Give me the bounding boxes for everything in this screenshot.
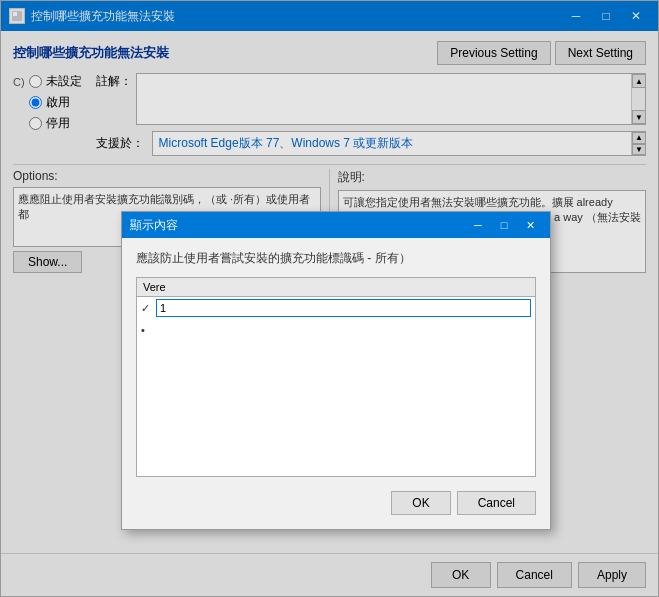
table-checkmark-icon: ✓ [141, 302, 150, 315]
dialog-title: 顯示內容 [130, 217, 178, 234]
dialog-title-bar: 顯示內容 ─ □ ✕ [122, 212, 550, 238]
table-header: Vere [137, 278, 535, 297]
dialog: 顯示內容 ─ □ ✕ 應該防止使用者嘗試安裝的擴充功能標識碼 - 所有） Ver… [121, 211, 551, 530]
table-column-header: Vere [143, 281, 166, 293]
table-row-input[interactable] [156, 299, 531, 317]
dialog-content: 應該防止使用者嘗試安裝的擴充功能標識碼 - 所有） Vere ✓ • [122, 238, 550, 529]
dialog-table: Vere ✓ • [136, 277, 536, 477]
dialog-maximize-button[interactable]: □ [492, 216, 516, 234]
table-row-empty[interactable]: • [137, 319, 535, 341]
table-row[interactable]: ✓ [137, 297, 535, 319]
dialog-header-text: 應該防止使用者嘗試安裝的擴充功能標識碼 - 所有） [136, 250, 536, 267]
dialog-controls: ─ □ ✕ [466, 216, 542, 234]
dialog-cancel-button[interactable]: Cancel [457, 491, 536, 515]
table-empty-cell [151, 321, 531, 339]
table-bullet-icon: • [141, 324, 145, 336]
dialog-close-button[interactable]: ✕ [518, 216, 542, 234]
dialog-ok-button[interactable]: OK [391, 491, 450, 515]
dialog-overlay: 顯示內容 ─ □ ✕ 應該防止使用者嘗試安裝的擴充功能標識碼 - 所有） Ver… [1, 1, 658, 596]
main-window: 控制哪些擴充功能無法安裝 ─ □ ✕ 控制哪些擴充功能無法安裝 Previous… [0, 0, 659, 597]
dialog-action-buttons: OK Cancel [136, 487, 536, 517]
dialog-minimize-button[interactable]: ─ [466, 216, 490, 234]
